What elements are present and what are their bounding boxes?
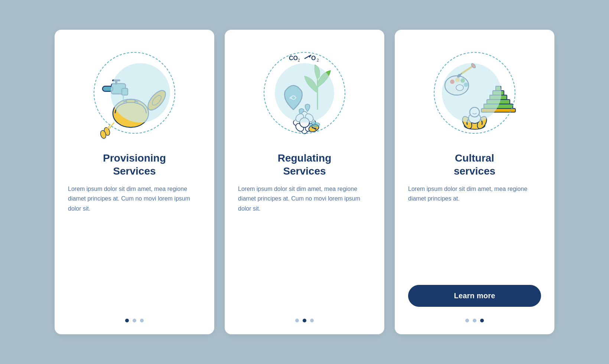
- card-body-cultural: Lorem ipsum dolor sit dim amet, mea regi…: [408, 184, 541, 204]
- dot-3: [480, 319, 484, 322]
- dot-1: [295, 319, 299, 322]
- card-title-regulating: RegulatingServices: [278, 152, 332, 178]
- cards-container: ProvisioningServices Lorem ipsum dolor s…: [40, 15, 569, 349]
- dots-regulating: [295, 319, 314, 322]
- provisioning-illustration: [86, 45, 183, 141]
- circle-bg: [111, 63, 170, 123]
- dot-1: [125, 319, 129, 322]
- circle-bg-3: [442, 63, 501, 123]
- dot-2: [473, 319, 476, 322]
- card-title-provisioning: ProvisioningServices: [103, 152, 166, 178]
- dot-2: [303, 319, 306, 322]
- circle-bg-2: [275, 63, 334, 123]
- card-title-cultural: Culturalservices: [454, 152, 495, 178]
- dot-3: [140, 319, 144, 322]
- dot-1: [465, 319, 469, 322]
- learn-more-button[interactable]: Learn more: [408, 285, 541, 307]
- cultural-illustration: [426, 45, 523, 141]
- card-provisioning: ProvisioningServices Lorem ipsum dolor s…: [55, 30, 214, 334]
- card-body-provisioning: Lorem ipsum dolor sit dim amet, mea regi…: [68, 184, 201, 214]
- card-body-regulating: Lorem ipsum dolor sit dim amet, mea regi…: [238, 184, 371, 214]
- dots-provisioning: [125, 319, 144, 322]
- card-regulating: CO 2 O 2: [225, 30, 384, 334]
- dot-3: [310, 319, 314, 322]
- dot-2: [133, 319, 136, 322]
- card-cultural: Culturalservices Lorem ipsum dolor sit d…: [395, 30, 554, 334]
- regulating-illustration: CO 2 O 2: [256, 45, 353, 141]
- dots-cultural: [465, 319, 484, 322]
